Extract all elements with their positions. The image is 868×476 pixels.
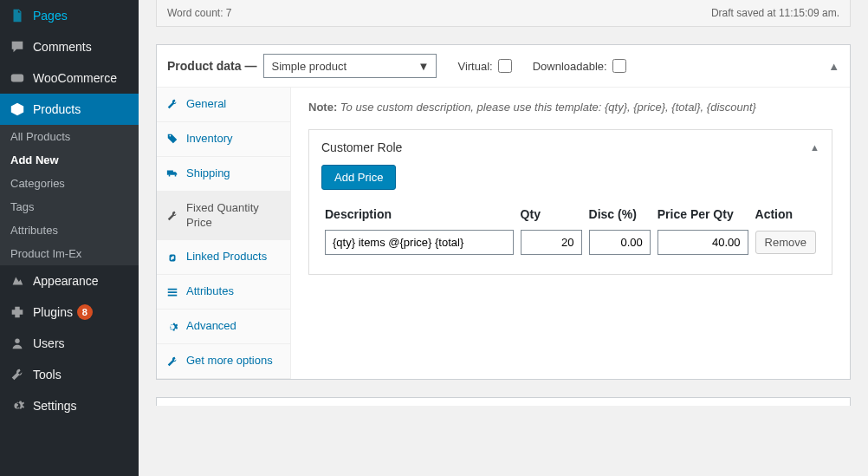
price-table: Description Qty Disc (%) Price Per Qty A… [321, 202, 819, 258]
product-data-title: Product data — [167, 59, 256, 73]
tab-advanced[interactable]: Advanced [157, 310, 290, 344]
submenu-attributes[interactable]: Attributes [0, 218, 139, 242]
appearance-icon [9, 272, 26, 290]
tab-content: Note: To use custom description, please … [291, 88, 850, 379]
sidebar-label: Plugins [33, 305, 73, 319]
users-icon [9, 335, 26, 352]
tab-label: Linked Products [186, 250, 267, 264]
sidebar-item-woocommerce[interactable]: WooCommerce [0, 62, 139, 94]
sidebar-label: Products [33, 102, 81, 116]
virtual-label: Virtual: [457, 60, 492, 73]
header-action: Action [752, 202, 819, 226]
tab-attributes[interactable]: Attributes [157, 275, 290, 310]
draft-status: Draft saved at 11:15:09 am. [711, 7, 839, 19]
product-data-header: Product data — Simple product ▼ Virtual:… [157, 45, 850, 88]
word-count: Word count: 7 [167, 7, 231, 19]
remove-button[interactable]: Remove [755, 231, 816, 254]
sidebar-item-pages[interactable]: Pages [0, 0, 139, 31]
submenu-product-im-ex[interactable]: Product Im-Ex [0, 242, 139, 265]
role-title: Customer Role [321, 140, 402, 154]
product-type-select[interactable]: Simple product ▼ [263, 54, 437, 78]
sidebar-item-users[interactable]: Users [0, 328, 139, 359]
header-description: Description [321, 202, 517, 226]
main-content: Word count: 7 Draft saved at 11:15:09 am… [139, 0, 868, 476]
tab-label: Get more options [186, 354, 273, 368]
tab-label: General [186, 97, 226, 112]
sidebar-item-tools[interactable]: Tools [0, 359, 139, 390]
sidebar-label: Appearance [33, 274, 99, 288]
list-icon [165, 285, 179, 299]
chevron-down-icon: ▼ [418, 60, 430, 73]
header-disc: Disc (%) [586, 202, 654, 226]
tab-general[interactable]: General [157, 88, 290, 122]
tab-linked-products[interactable]: Linked Products [157, 240, 290, 275]
truck-icon [165, 166, 179, 180]
wrench-icon [165, 97, 179, 111]
header-price-per-qty: Price Per Qty [654, 202, 752, 226]
panel-collapse-toggle[interactable]: ▲ [828, 60, 839, 73]
role-body: Add Price Description Qty Disc (%) Price… [309, 165, 832, 274]
sidebar-label: Pages [33, 9, 68, 23]
svg-rect-0 [11, 75, 23, 82]
wordcount-bar: Word count: 7 Draft saved at 11:15:09 am… [156, 0, 851, 27]
qty-input[interactable] [521, 230, 582, 255]
tab-label: Attributes [186, 284, 234, 299]
pages-icon [9, 7, 26, 24]
gear-icon [165, 320, 179, 334]
sidebar-label: Tools [33, 368, 62, 381]
tools-icon [9, 366, 26, 383]
next-panel-placeholder [156, 397, 851, 406]
description-input[interactable] [325, 230, 514, 255]
product-data-panel: Product data — Simple product ▼ Virtual:… [156, 44, 851, 380]
admin-sidebar: Pages Comments WooCommerce Products All … [0, 0, 139, 476]
note-bold: Note: [308, 101, 337, 114]
sidebar-item-settings[interactable]: Settings [0, 390, 139, 421]
submenu-all-products[interactable]: All Products [0, 125, 139, 148]
tab-shipping[interactable]: Shipping [157, 157, 290, 192]
tab-get-more-options[interactable]: Get more options [157, 344, 290, 379]
product-type-value: Simple product [271, 60, 347, 73]
downloadable-label: Downloadable: [533, 60, 607, 73]
disc-input[interactable] [589, 230, 651, 255]
sidebar-label: Users [33, 336, 65, 350]
comments-icon [9, 38, 26, 55]
plugins-icon [9, 303, 26, 321]
svg-point-1 [15, 339, 19, 343]
header-qty: Qty [517, 202, 586, 226]
submenu-tags[interactable]: Tags [0, 195, 139, 218]
plugins-badge: 8 [77, 304, 93, 320]
wrench-icon [165, 209, 179, 223]
chevron-up-icon: ▲ [810, 142, 819, 153]
virtual-checkbox[interactable] [498, 59, 512, 73]
product-tabs: General Inventory Shipping Fixed Quantit… [157, 88, 291, 379]
settings-icon [9, 397, 26, 414]
woo-icon [9, 69, 26, 87]
products-submenu: All Products Add New Categories Tags Att… [0, 125, 139, 265]
submenu-categories[interactable]: Categories [0, 172, 139, 195]
add-price-button[interactable]: Add Price [321, 165, 396, 190]
tab-label: Fixed Quantity Price [186, 201, 282, 231]
role-header[interactable]: Customer Role ▲ [309, 130, 832, 165]
note-text: Note: To use custom description, please … [308, 101, 832, 114]
sidebar-item-plugins[interactable]: Plugins 8 [0, 297, 139, 328]
link-icon [165, 251, 179, 264]
price-per-qty-input[interactable] [657, 230, 748, 255]
sidebar-label: Comments [33, 40, 92, 54]
tab-fixed-quantity-price[interactable]: Fixed Quantity Price [157, 192, 290, 241]
tab-label: Advanced [186, 319, 236, 334]
customer-role-panel: Customer Role ▲ Add Price Description Qt… [308, 129, 832, 275]
sidebar-item-comments[interactable]: Comments [0, 31, 139, 62]
tab-label: Inventory [186, 132, 232, 147]
submenu-add-new[interactable]: Add New [0, 148, 139, 172]
tab-inventory[interactable]: Inventory [157, 122, 290, 157]
sidebar-item-appearance[interactable]: Appearance [0, 265, 139, 297]
table-row: Remove [321, 226, 819, 258]
sidebar-item-products[interactable]: Products [0, 94, 139, 125]
more-icon [165, 355, 179, 368]
product-data-body: General Inventory Shipping Fixed Quantit… [157, 88, 850, 379]
tab-label: Shipping [186, 166, 230, 181]
sidebar-label: WooCommerce [33, 71, 117, 85]
note-body: To use custom description, please use th… [337, 101, 756, 114]
sidebar-label: Settings [33, 399, 77, 413]
downloadable-checkbox[interactable] [612, 59, 626, 73]
